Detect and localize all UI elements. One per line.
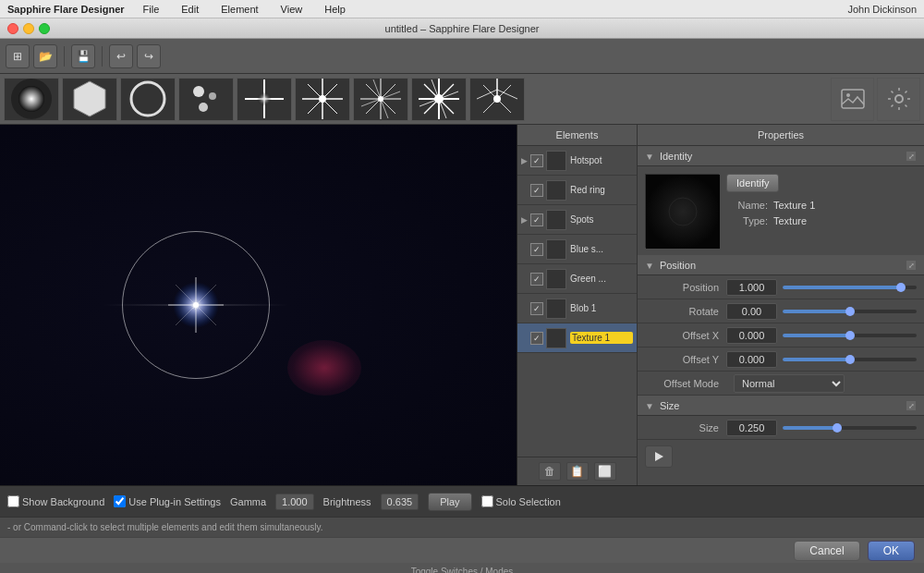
menu-element[interactable]: Element bbox=[217, 2, 261, 17]
check-spots[interactable] bbox=[530, 213, 543, 226]
preset-circle-outline[interactable] bbox=[120, 78, 176, 121]
menu-view[interactable]: View bbox=[277, 2, 307, 17]
prop-row-rotate: Rotate bbox=[638, 299, 924, 323]
ok-button[interactable]: OK bbox=[868, 541, 915, 561]
identity-fields: Identify Name: Texture 1 Type: Texture bbox=[726, 174, 917, 248]
thumb-blues bbox=[546, 239, 566, 260]
element-row-green[interactable]: Green ... bbox=[517, 264, 637, 294]
properties-panel-header: Properties bbox=[638, 125, 924, 146]
thumb-texture1 bbox=[546, 328, 566, 348]
svg-point-1 bbox=[18, 86, 44, 112]
element-duplicate-btn[interactable]: 📋 bbox=[566, 462, 589, 481]
hint-bar: - or Command-click to select multiple el… bbox=[0, 517, 924, 537]
svg-point-36 bbox=[846, 93, 850, 97]
size-section: ▼ Size ⤢ Size bbox=[638, 396, 924, 440]
preset-settings-btn[interactable] bbox=[877, 78, 920, 121]
toolbar-open[interactable]: 📂 bbox=[33, 44, 57, 68]
toolbar-new[interactable]: ⊞ bbox=[6, 44, 30, 68]
element-row-spots[interactable]: ▶ Spots bbox=[517, 205, 637, 235]
play-button[interactable]: Play bbox=[428, 493, 471, 511]
toolbar-undo[interactable]: ↩ bbox=[109, 44, 133, 68]
element-row-blob1[interactable]: Blob 1 bbox=[517, 294, 637, 323]
svg-point-34 bbox=[493, 95, 501, 103]
preset-scatter[interactable] bbox=[178, 78, 234, 121]
check-blob1[interactable] bbox=[530, 302, 543, 315]
os-menubar: Sapphire Flare Designer File Edit Elemen… bbox=[0, 0, 924, 18]
label-blob1: Blob 1 bbox=[570, 303, 633, 313]
menu-help[interactable]: Help bbox=[321, 2, 349, 17]
preset-disk[interactable] bbox=[4, 78, 59, 121]
size-input[interactable] bbox=[726, 420, 777, 436]
prop-row-offsetx: Offset X bbox=[638, 323, 924, 347]
elements-panel: Elements ▶ Hotspot Red ring ▶ bbox=[517, 125, 638, 485]
element-delete-btn[interactable]: 🗑 bbox=[539, 462, 561, 481]
offsety-slider[interactable] bbox=[783, 358, 917, 361]
offsetx-input[interactable] bbox=[726, 327, 777, 344]
offsety-input[interactable] bbox=[726, 351, 777, 368]
toolbar-sep-2 bbox=[102, 46, 103, 67]
position-input[interactable] bbox=[726, 279, 777, 296]
cancel-button[interactable]: Cancel bbox=[794, 541, 859, 561]
preset-starburst2[interactable] bbox=[353, 78, 408, 121]
thumb-blob1 bbox=[546, 299, 566, 319]
gamma-value: 1.000 bbox=[275, 494, 314, 510]
position-expand-btn[interactable]: ⤢ bbox=[906, 260, 917, 271]
size-collapse-btn[interactable]: ▼ bbox=[645, 401, 654, 411]
label-redring: Red ring bbox=[570, 185, 633, 195]
size-expand-btn[interactable]: ⤢ bbox=[906, 400, 917, 411]
svg-point-5 bbox=[209, 92, 216, 100]
flare-blob bbox=[287, 340, 361, 396]
position-section: ▼ Position ⤢ Position Rotate bbox=[638, 255, 924, 396]
check-green[interactable] bbox=[530, 273, 543, 286]
label-green: Green ... bbox=[570, 274, 633, 284]
window-titlebar: untitled – Sapphire Flare Designer bbox=[0, 18, 924, 39]
identity-expand-btn[interactable]: ⤢ bbox=[906, 151, 917, 162]
presets-bar bbox=[0, 74, 924, 125]
rotate-input[interactable] bbox=[726, 303, 777, 320]
flare-star-svg: ✳ bbox=[168, 277, 224, 333]
element-row-hotspot[interactable]: ▶ Hotspot bbox=[517, 146, 637, 176]
prop-row-position: Position bbox=[638, 275, 924, 299]
check-blues[interactable] bbox=[530, 243, 543, 256]
preset-image-btn[interactable] bbox=[831, 78, 874, 121]
preset-star4[interactable] bbox=[237, 78, 292, 121]
thumb-redring bbox=[546, 180, 566, 201]
menu-edit[interactable]: Edit bbox=[177, 2, 202, 17]
show-bg-checkbox[interactable] bbox=[7, 495, 19, 507]
element-row-texture1[interactable]: Texture 1 bbox=[517, 323, 637, 353]
position-slider[interactable] bbox=[783, 286, 917, 289]
preset-starburst4[interactable] bbox=[469, 78, 525, 121]
preview-play-btn[interactable] bbox=[645, 445, 673, 468]
preset-starburst1[interactable] bbox=[295, 78, 350, 121]
identity-section: ▼ Identity ⤢ Identify Name: Texture 1 Ty… bbox=[638, 146, 924, 255]
close-button[interactable] bbox=[7, 23, 18, 34]
identify-button[interactable]: Identify bbox=[726, 174, 779, 192]
toolbar-save[interactable]: 💾 bbox=[71, 44, 95, 68]
preset-starburst3[interactable] bbox=[411, 78, 467, 121]
menu-file[interactable]: File bbox=[140, 2, 164, 17]
solo-checkbox[interactable] bbox=[481, 495, 493, 507]
preset-hexagon[interactable] bbox=[62, 78, 117, 121]
size-slider[interactable] bbox=[783, 426, 917, 430]
check-hotspot[interactable] bbox=[530, 154, 543, 167]
element-row-blues[interactable]: Blue s... bbox=[517, 235, 637, 264]
offsetx-slider[interactable] bbox=[783, 334, 917, 337]
properties-panel: Properties ▼ Identity ⤢ Identify Name: T… bbox=[638, 125, 924, 485]
minimize-button[interactable] bbox=[23, 23, 34, 34]
rotate-slider[interactable] bbox=[783, 310, 917, 313]
check-redring[interactable] bbox=[530, 184, 543, 197]
elements-list: ▶ Hotspot Red ring ▶ Spots bbox=[517, 146, 637, 457]
element-row-redring[interactable]: Red ring bbox=[517, 176, 637, 205]
position-collapse-btn[interactable]: ▼ bbox=[645, 261, 654, 271]
toggle-bar-label: Toggle Switches / Modes bbox=[411, 567, 514, 574]
check-texture1[interactable] bbox=[530, 332, 543, 345]
use-plugin-checkbox[interactable] bbox=[114, 495, 126, 507]
canvas-area[interactable]: ✳ bbox=[0, 125, 517, 485]
maximize-button[interactable] bbox=[39, 23, 50, 34]
element-add-btn[interactable]: ⬜ bbox=[594, 462, 616, 481]
elements-panel-header: Elements bbox=[517, 125, 637, 146]
toolbar-redo[interactable]: ↪ bbox=[137, 44, 161, 68]
offsetmode-dropdown[interactable]: Normal Relative Absolute bbox=[734, 374, 845, 393]
identity-collapse-btn[interactable]: ▼ bbox=[645, 152, 654, 162]
svg-point-37 bbox=[895, 95, 903, 103]
